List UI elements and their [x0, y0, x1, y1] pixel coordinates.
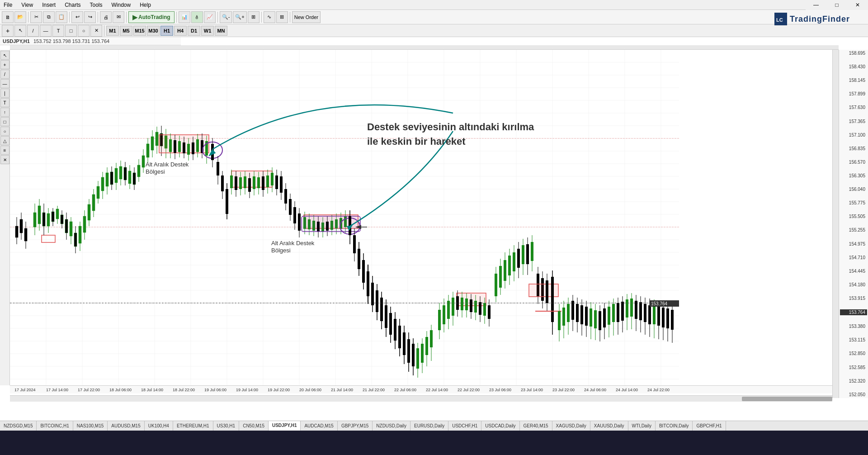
minimize-button[interactable]: — [806, 0, 826, 10]
zoom-in-button[interactable]: 🔍+ [233, 11, 246, 23]
line-chart-button[interactable]: 📈 [204, 11, 216, 23]
draw-fib[interactable]: ≡ [0, 146, 9, 155]
line-button[interactable]: / [27, 25, 39, 37]
redo-button[interactable]: ↪ [84, 11, 96, 23]
undo-button[interactable]: ↩ [71, 11, 83, 23]
menu-file[interactable]: File [2, 1, 14, 9]
draw-hline[interactable]: — [0, 79, 9, 88]
copy-button[interactable]: ⧉ [43, 11, 55, 23]
price-chart[interactable]: Destek seviyesinin altındaki kırılma ile… [10, 50, 679, 398]
tf-d1[interactable]: D1 [188, 26, 200, 36]
svg-rect-327 [635, 301, 637, 319]
tab-nzdsgd-m15[interactable]: NZDSGD,M15 [0, 421, 37, 431]
tab-bitcoin-daily[interactable]: BITCOIN,Daily [656, 421, 693, 431]
fit-button[interactable]: ⊞ [248, 11, 259, 23]
svg-rect-92 [110, 172, 113, 185]
menu-window[interactable]: Window [110, 1, 133, 9]
tf-m5[interactable]: M5 [120, 26, 132, 36]
candlestick-button[interactable]: 🕯 [191, 11, 203, 23]
symbol-values: 153.752 153.798 153.731 153.764 [33, 38, 109, 44]
tab-usdchf-h1[interactable]: USDCHF,H1 [448, 421, 481, 431]
draw-delete[interactable]: ✕ [0, 155, 9, 164]
autotrading-button[interactable]: ▶ AutoTrading [128, 11, 175, 23]
new-order-button[interactable]: New Order [292, 11, 321, 23]
crosshair-button[interactable]: + [2, 25, 14, 37]
horizontal-scrollbar-top[interactable] [10, 45, 839, 50]
tab-ger40-m15[interactable]: GER40,M15 [520, 421, 552, 431]
tab-cn50-m15[interactable]: CN50,M15 [239, 421, 269, 431]
delete-button[interactable]: ✕ [90, 25, 102, 37]
draw-crosshair[interactable]: + [0, 60, 9, 69]
cut-button[interactable]: ✂ [30, 11, 42, 23]
time-axis: 17 Jul 2024 17 Jul 14:00 17 Jul 22:00 18… [10, 385, 832, 393]
zoom-out-button[interactable]: 🔍- [220, 11, 232, 23]
email-button[interactable]: ✉ [113, 11, 124, 23]
svg-rect-242 [443, 305, 445, 324]
menu-charts[interactable]: Charts [63, 1, 82, 9]
tab-audcad-m15[interactable]: AUDCAD,M15 [301, 421, 337, 431]
svg-rect-70 [61, 215, 63, 224]
hline-button[interactable]: — [40, 25, 52, 37]
tf-w1[interactable]: W1 [201, 26, 214, 36]
menu-view[interactable]: View [19, 1, 35, 9]
template-button[interactable]: ⊞ [276, 11, 288, 23]
draw-vline[interactable]: | [0, 89, 9, 98]
price-158695: 158.695 [840, 51, 867, 56]
tab-us30-h1[interactable]: US30,H1 [213, 421, 240, 431]
draw-triangle[interactable]: △ [0, 136, 9, 145]
rect-button[interactable]: □ [65, 25, 77, 37]
new-chart-button[interactable]: 🗎 [2, 11, 14, 23]
draw-ellipse[interactable]: ○ [0, 127, 9, 136]
price-152585: 152.585 [840, 365, 867, 370]
svg-rect-123 [178, 141, 181, 152]
draw-cursor[interactable]: ↖ [0, 51, 9, 60]
tab-uk100-h4[interactable]: UK100,H4 [145, 421, 173, 431]
tf-h4[interactable]: H4 [174, 26, 187, 36]
close-button[interactable]: ✕ [847, 0, 868, 10]
svg-rect-307 [590, 308, 592, 327]
svg-rect-313 [603, 308, 606, 327]
indicator-button[interactable]: ∿ [264, 11, 275, 23]
ellipse-button[interactable]: ○ [78, 25, 90, 37]
open-button[interactable]: 📂 [14, 11, 26, 23]
scrollbar-thumb[interactable] [742, 397, 832, 401]
tab-audusd-m15[interactable]: AUDUSD,M15 [108, 421, 144, 431]
tab-xauusd-daily[interactable]: XAUUSD,Daily [590, 421, 628, 431]
tf-m15[interactable]: M15 [133, 26, 146, 36]
tab-nas100-m15[interactable]: NAS100,M15 [73, 421, 108, 431]
tf-m1[interactable]: M1 [106, 26, 119, 36]
paste-button[interactable]: 📋 [56, 11, 67, 23]
svg-rect-110 [151, 137, 154, 150]
tab-xagusd-daily[interactable]: XAGUSD,Daily [552, 421, 590, 431]
tab-gbpchf-h1[interactable]: GBPCHF,H1 [693, 421, 726, 431]
svg-rect-147 [230, 175, 233, 188]
menu-insert[interactable]: Insert [40, 1, 57, 9]
bar-chart-button[interactable]: 📊 [179, 11, 190, 23]
svg-rect-144 [226, 189, 228, 214]
tab-usdjpy-h1[interactable]: USDJPY,H1 [269, 421, 301, 431]
tab-eurusd-daily[interactable]: EURUSD,Daily [410, 421, 448, 431]
menu-tools[interactable]: Tools [88, 1, 104, 9]
tf-m30[interactable]: M30 [147, 26, 160, 36]
svg-rect-261 [483, 303, 486, 316]
tab-usdcad-daily[interactable]: USDCAD,Daily [481, 421, 519, 431]
draw-arrow[interactable]: ↑ [0, 108, 9, 117]
tab-gbpjpy-m15[interactable]: GBPJPY,M15 [338, 421, 373, 431]
tf-mn[interactable]: MN [215, 26, 227, 36]
text-button[interactable]: T [52, 25, 64, 37]
tab-bitcoinc-h1[interactable]: BITCOINC,H1 [37, 421, 73, 431]
draw-rect[interactable]: □ [0, 117, 9, 126]
vertical-scrollbar[interactable] [832, 50, 839, 398]
draw-line[interactable]: / [0, 70, 9, 79]
print-button[interactable]: 🖨 [100, 11, 112, 23]
menu-help[interactable]: Help [138, 1, 153, 9]
horizontal-scrollbar[interactable] [10, 395, 832, 402]
tab-wti-daily[interactable]: WTI,Daily [628, 421, 656, 431]
toolbar-separator-5 [176, 12, 177, 23]
tf-h1[interactable]: H1 [160, 26, 173, 36]
draw-text[interactable]: T [0, 98, 9, 107]
tab-nzdusd-daily[interactable]: NZDUSD,Daily [373, 421, 410, 431]
arrow-button[interactable]: ↖ [14, 25, 26, 37]
maximize-button[interactable]: □ [826, 0, 847, 10]
tab-ethereum-h1[interactable]: ETHEREUM,H1 [173, 421, 213, 431]
